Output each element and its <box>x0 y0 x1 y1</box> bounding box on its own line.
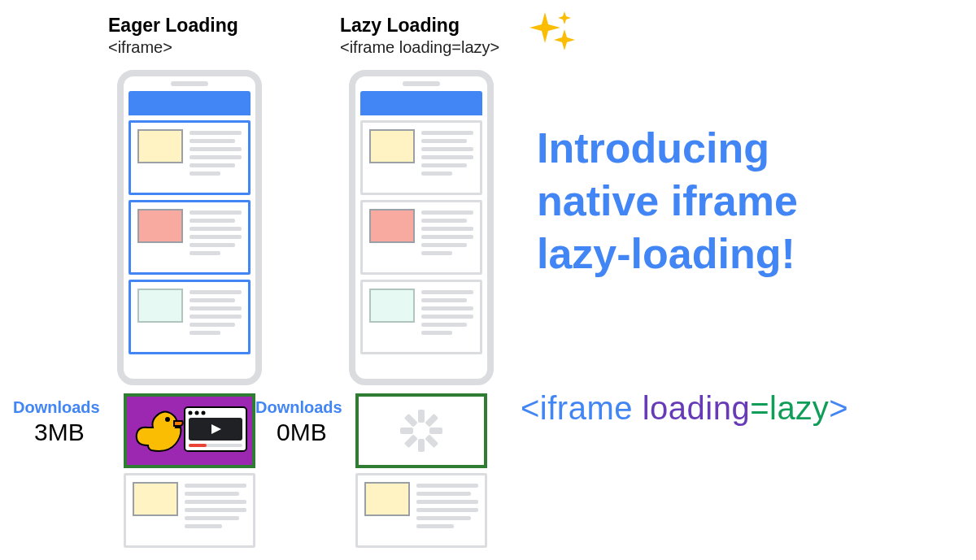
thumbnail-icon <box>364 482 410 516</box>
video-player-icon <box>184 406 247 452</box>
text-placeholder <box>190 209 242 266</box>
content-card <box>360 280 482 354</box>
thumbnail-icon <box>137 289 183 323</box>
svg-rect-7 <box>189 444 207 447</box>
eager-title: Eager Loading <box>108 15 238 37</box>
text-placeholder <box>421 209 473 266</box>
lazy-phone-mockup <box>349 70 494 385</box>
trailing-card-eager <box>124 473 255 548</box>
lazy-download-stat: Downloads 0MB <box>255 398 369 446</box>
snippet-lt: < <box>521 390 540 426</box>
phone-speaker <box>171 81 208 86</box>
duck-icon <box>132 403 184 458</box>
content-card <box>129 200 251 275</box>
loading-spinner-icon <box>397 406 446 455</box>
thumbnail-icon <box>369 209 415 243</box>
lazy-title: Lazy Loading <box>340 15 499 37</box>
thumbnail-icon <box>133 482 178 516</box>
eager-code: <iframe> <box>108 38 172 56</box>
eager-phone-mockup <box>117 70 262 385</box>
text-placeholder <box>421 289 473 345</box>
snippet-gt: > <box>829 390 848 426</box>
snippet-attr: loading <box>643 390 751 426</box>
phone-screen <box>360 91 482 354</box>
snippet-val: lazy <box>769 390 829 426</box>
svg-point-4 <box>202 411 206 415</box>
text-placeholder <box>190 289 242 345</box>
content-card <box>360 200 482 275</box>
eager-download-stat: Downloads 3MB <box>13 398 127 446</box>
iframe-tile-loaded <box>124 393 255 468</box>
text-placeholder <box>185 482 246 539</box>
lazy-column-header: Lazy Loading <iframe loading=lazy> <box>340 15 499 57</box>
sparkle-icon <box>529 8 577 57</box>
text-placeholder <box>416 482 478 539</box>
content-card <box>360 120 482 195</box>
text-placeholder <box>421 129 473 186</box>
download-value: 0MB <box>255 419 369 446</box>
lazy-code: <iframe loading=lazy> <box>340 38 499 56</box>
phone-speaker <box>403 81 440 86</box>
content-card <box>129 280 251 354</box>
download-label: Downloads <box>255 398 369 417</box>
phone-screen <box>129 91 251 354</box>
app-header-bar <box>129 91 251 115</box>
thumbnail-icon <box>137 209 183 243</box>
snippet-tag: iframe <box>540 390 633 426</box>
svg-point-3 <box>195 411 199 415</box>
thumbnail-icon <box>369 129 415 163</box>
snippet-eq: = <box>750 390 769 426</box>
trailing-card-lazy <box>355 473 487 548</box>
headline: Introducing native iframe lazy-loading! <box>537 122 798 280</box>
app-header-bar <box>360 91 482 115</box>
thumbnail-icon <box>369 289 415 323</box>
thumbnail-icon <box>137 129 183 163</box>
headline-line: native iframe <box>537 175 798 228</box>
svg-point-0 <box>165 417 170 422</box>
headline-line: lazy-loading! <box>537 228 798 280</box>
download-label: Downloads <box>13 398 127 417</box>
text-placeholder <box>190 129 242 186</box>
svg-point-2 <box>189 411 193 415</box>
headline-line: Introducing <box>537 122 798 175</box>
code-snippet: <iframe loading=lazy> <box>521 390 848 427</box>
content-card <box>129 120 251 195</box>
eager-column-header: Eager Loading <iframe> <box>108 15 238 57</box>
iframe-tile-placeholder <box>355 393 487 468</box>
snippet-space <box>633 390 643 426</box>
download-value: 3MB <box>13 419 127 446</box>
